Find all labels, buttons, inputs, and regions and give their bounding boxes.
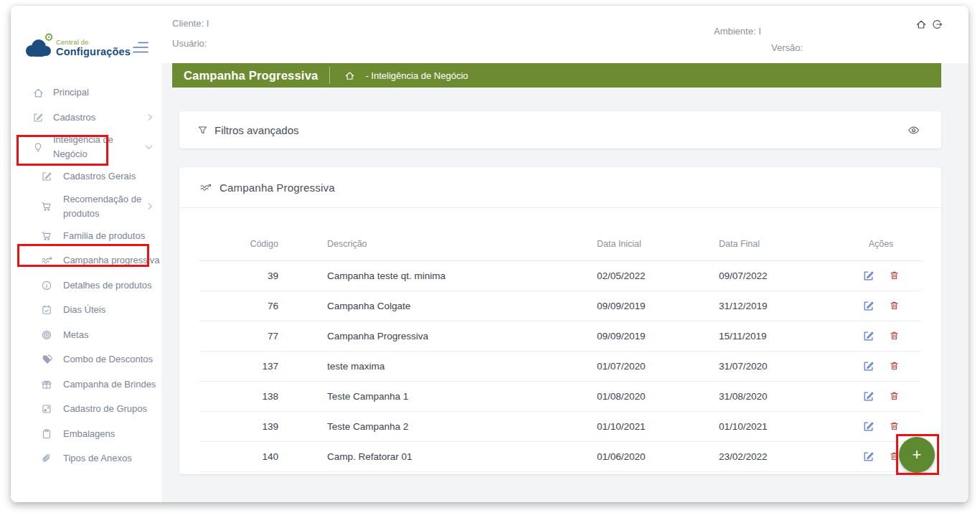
lightbulb-icon bbox=[32, 141, 45, 154]
edit-button[interactable] bbox=[862, 360, 875, 372]
version-label: Versão: bbox=[771, 42, 803, 53]
edit-button[interactable] bbox=[862, 330, 875, 342]
delete-button[interactable] bbox=[889, 300, 900, 312]
cell-codigo: 77 bbox=[199, 331, 278, 342]
sidebar-item-inteligencia-de-negocio[interactable]: Inteligência de Negócio bbox=[11, 130, 161, 164]
top-header: ⚙ Central de Configurações Cliente: I Us… bbox=[11, 6, 969, 63]
trend-waves-icon bbox=[199, 182, 212, 194]
price-tags-icon bbox=[41, 354, 54, 365]
app-logo: ⚙ Central de Configurações bbox=[24, 36, 131, 59]
sidebar-item-campanha-progressiva[interactable]: Campanha progressiva bbox=[11, 248, 161, 273]
delete-button[interactable] bbox=[889, 420, 900, 433]
cell-descricao: Campanha Progressiva bbox=[278, 331, 597, 342]
divider bbox=[329, 67, 330, 84]
funnel-icon bbox=[197, 125, 208, 136]
data-table: Código Descrição Data Inicial Data Final… bbox=[179, 227, 941, 472]
trend-waves-icon bbox=[41, 255, 54, 266]
edit-square-icon bbox=[32, 112, 45, 123]
menu-toggle-icon[interactable] bbox=[131, 40, 150, 55]
delete-button[interactable] bbox=[889, 330, 900, 342]
edit-button[interactable] bbox=[862, 451, 875, 463]
edit-button[interactable] bbox=[862, 420, 875, 433]
client-label: Cliente: I bbox=[172, 18, 209, 29]
sidebar-item-dias-uteis[interactable]: Dias Úteis bbox=[11, 298, 161, 323]
cell-codigo: 76 bbox=[199, 301, 278, 311]
cell-data-final: 23/02/2022 bbox=[719, 451, 841, 462]
edit-square-icon bbox=[41, 171, 54, 182]
table-row: 39 Campanha teste qt. minima 02/05/2022 … bbox=[199, 261, 921, 291]
cell-data-final: 31/07/2020 bbox=[719, 361, 841, 372]
sidebar-item-cadastro-de-grupos[interactable]: Cadastro de Grupos bbox=[11, 397, 161, 422]
page-header-bar: Campanha Progressiva - Inteligência de N… bbox=[172, 63, 941, 88]
chevron-right-icon bbox=[148, 113, 153, 121]
shopping-cart-icon bbox=[41, 230, 54, 242]
cell-codigo: 39 bbox=[199, 270, 278, 281]
table-row: 138 Teste Campanha 1 01/08/2020 31/08/20… bbox=[199, 382, 921, 412]
logo-text-top: Central de bbox=[56, 38, 131, 46]
breadcrumb-home-icon[interactable] bbox=[344, 70, 355, 81]
cell-codigo: 140 bbox=[199, 451, 278, 462]
sidebar-item-cadastros-gerais[interactable]: Cadastros Gerais bbox=[11, 164, 161, 189]
delete-button[interactable] bbox=[889, 360, 900, 372]
edit-button[interactable] bbox=[862, 390, 875, 402]
column-header-codigo: Código bbox=[199, 239, 278, 249]
cell-data-final: 09/07/2022 bbox=[719, 270, 841, 281]
main-content: Campanha Progressiva - Inteligência de N… bbox=[161, 63, 969, 502]
delete-button[interactable] bbox=[889, 451, 900, 463]
cell-data-inicial: 01/07/2020 bbox=[597, 361, 719, 372]
cell-descricao: Campanha Colgate bbox=[278, 301, 597, 311]
cell-data-final: 01/10/2021 bbox=[719, 421, 841, 432]
info-circle-icon bbox=[41, 280, 54, 291]
cell-descricao: Campanha teste qt. minima bbox=[278, 270, 597, 281]
chevron-down-icon bbox=[145, 145, 153, 150]
card-header: Campanha Progressiva bbox=[179, 167, 941, 208]
cell-descricao: teste maxima bbox=[278, 361, 597, 372]
calendar-check-icon bbox=[41, 304, 54, 316]
user-label: Usuário: bbox=[172, 38, 207, 49]
cell-data-final: 15/11/2019 bbox=[719, 331, 841, 342]
gift-box-icon bbox=[41, 379, 54, 390]
table-row: 77 Campanha Progressiva 09/09/2019 15/11… bbox=[199, 321, 921, 352]
screenshot-stage: ⚙ Central de Configurações Cliente: I Us… bbox=[0, 0, 980, 518]
eye-icon[interactable] bbox=[908, 124, 920, 136]
delete-button[interactable] bbox=[889, 390, 900, 402]
card-title: Campanha Progressiva bbox=[220, 182, 335, 194]
cell-descricao: Teste Campanha 1 bbox=[278, 391, 597, 402]
sidebar-item-campanha-de-brindes[interactable]: Campanha de Brindes bbox=[11, 372, 161, 397]
app-window: ⚙ Central de Configurações Cliente: I Us… bbox=[11, 6, 969, 502]
cell-codigo: 138 bbox=[199, 391, 278, 402]
cell-codigo: 139 bbox=[199, 421, 278, 432]
cell-data-final: 31/08/2020 bbox=[719, 391, 841, 402]
home-icon[interactable] bbox=[915, 19, 927, 30]
edit-button[interactable] bbox=[862, 300, 875, 312]
table-row: 76 Campanha Colgate 09/09/2019 31/12/201… bbox=[199, 291, 921, 321]
column-header-data-inicial: Data Inicial bbox=[597, 239, 719, 249]
cell-descricao: Teste Campanha 2 bbox=[278, 421, 597, 432]
environment-label: Ambiente: I bbox=[714, 26, 761, 37]
cell-data-inicial: 01/10/2021 bbox=[597, 421, 719, 432]
filters-panel[interactable]: Filtros avançados bbox=[179, 111, 941, 149]
cell-data-inicial: 01/08/2020 bbox=[597, 391, 719, 402]
sidebar-item-embalagens[interactable]: Embalagens bbox=[11, 422, 161, 447]
cell-data-inicial: 09/09/2019 bbox=[597, 331, 719, 342]
cell-codigo: 137 bbox=[199, 361, 278, 372]
sidebar-item-combo-de-descontos[interactable]: Combo de Descontos bbox=[11, 347, 161, 372]
page-title: Campanha Progressiva bbox=[172, 69, 329, 83]
cell-data-inicial: 09/09/2019 bbox=[597, 301, 719, 311]
sidebar-item-recomendacao-de-produtos[interactable]: Recomendação de produtos bbox=[11, 189, 161, 224]
campanha-progressiva-card: Campanha Progressiva Código Descrição Da… bbox=[179, 167, 941, 474]
sidebar-item-cadastros[interactable]: Cadastros bbox=[11, 105, 161, 131]
gear-icon: ⚙ bbox=[44, 32, 54, 42]
sidebar-item-detalhes-de-produtos[interactable]: Detalhes de produtos bbox=[11, 273, 161, 298]
sidebar-item-tipos-de-anexos[interactable]: Tipos de Anexos bbox=[11, 446, 161, 471]
edit-button[interactable] bbox=[862, 270, 875, 282]
column-header-descricao: Descrição bbox=[278, 239, 597, 249]
breadcrumb: - Inteligência de Negócio bbox=[365, 70, 468, 81]
add-button[interactable]: + bbox=[899, 437, 935, 473]
column-header-acoes: Ações bbox=[841, 239, 921, 249]
sidebar-item-metas[interactable]: Metas bbox=[11, 323, 161, 348]
sidebar-item-familia-de-produtos[interactable]: Familia de produtos bbox=[11, 224, 161, 249]
sidebar-item-principal[interactable]: Principal bbox=[11, 80, 161, 105]
logout-icon[interactable] bbox=[931, 19, 943, 30]
delete-button[interactable] bbox=[889, 270, 900, 282]
